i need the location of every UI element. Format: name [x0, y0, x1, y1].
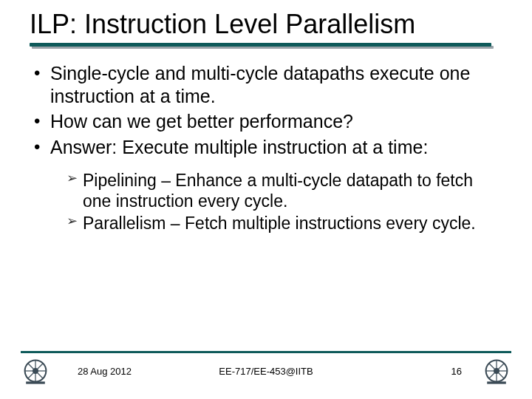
- svg-rect-6: [26, 381, 45, 383]
- bullet-item: Answer: Execute multiple instruction at …: [31, 136, 502, 159]
- slide: ILP: Instruction Level Parallelism Singl…: [0, 0, 532, 399]
- main-bullet-list: Single-cycle and multi-cycle datapaths e…: [31, 62, 502, 158]
- footer-date: 28 Aug 2012: [78, 366, 132, 377]
- svg-point-5: [33, 368, 38, 374]
- sub-bullet-item: Parallelism – Fetch multiple instruction…: [66, 213, 502, 233]
- footer-divider: [21, 351, 511, 353]
- svg-point-12: [494, 368, 499, 374]
- bullet-item: How can we get better performance?: [31, 110, 502, 133]
- bullet-item: Single-cycle and multi-cycle datapaths e…: [31, 62, 502, 107]
- iitb-logo-icon: [482, 356, 511, 386]
- footer-course: EE-717/EE-453@IITB: [219, 366, 313, 377]
- slide-body: Single-cycle and multi-cycle datapaths e…: [30, 62, 502, 233]
- svg-rect-13: [487, 381, 506, 383]
- slide-title: ILP: Instruction Level Parallelism: [30, 9, 502, 40]
- footer: 28 Aug 2012 EE-717/EE-453@IITB 16: [0, 356, 532, 386]
- sub-bullet-item: Pipelining – Enhance a multi-cycle datap…: [66, 170, 502, 211]
- iitb-logo-icon: [21, 356, 50, 386]
- title-underline: [30, 43, 502, 47]
- footer-page-number: 16: [451, 366, 462, 377]
- sub-bullet-list: Pipelining – Enhance a multi-cycle datap…: [31, 170, 502, 233]
